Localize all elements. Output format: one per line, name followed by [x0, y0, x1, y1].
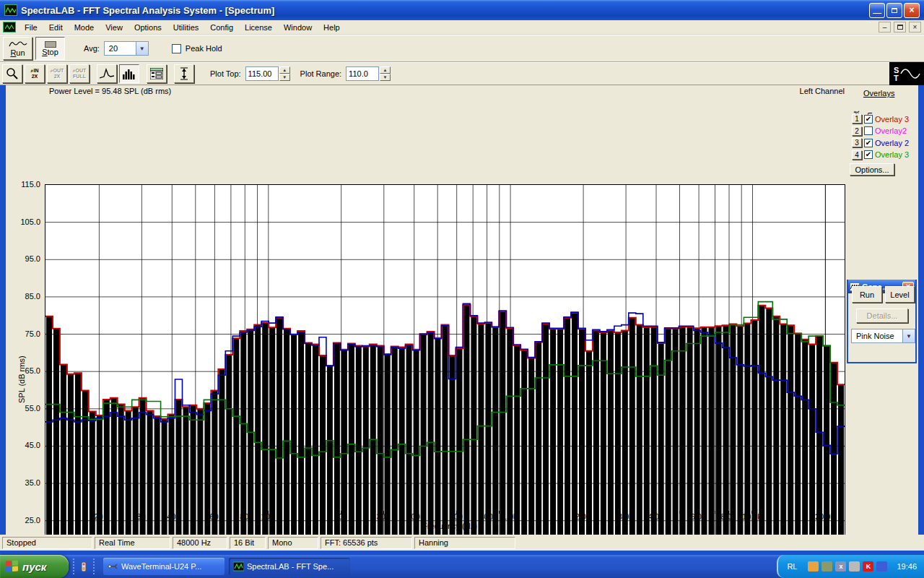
menu-edit[interactable]: Edit: [43, 22, 69, 33]
overlay-label-3: Overlay 2: [875, 139, 909, 147]
menu-license[interactable]: License: [239, 22, 278, 33]
title-bar: SpectraLAB - FFT Spectral Analysis Syste…: [0, 0, 924, 20]
task-label: SpectraLAB - FFT Spe...: [247, 562, 334, 571]
network-monitor-icon[interactable]: [876, 561, 887, 571]
overlay-on-checkbox-4[interactable]: ✔: [864, 150, 873, 159]
kaspersky-icon[interactable]: K: [863, 561, 873, 571]
menu-options[interactable]: Options: [128, 22, 167, 33]
x-axis-tick: [625, 511, 626, 514]
overlay-set-button-2[interactable]: 2: [852, 126, 862, 136]
volume-icon[interactable]: [808, 561, 819, 571]
overlay-on-checkbox-3[interactable]: ✔: [864, 139, 873, 147]
y-tick-label: 115.0: [7, 180, 40, 189]
status-field-5: Mono: [268, 537, 318, 549]
minimize-button[interactable]: —: [869, 3, 885, 18]
avg-combobox[interactable]: 20 ▼: [104, 41, 149, 56]
menu-bar: FileEditModeViewOptionsUtilitiesConfigLi…: [0, 20, 924, 35]
x-axis-tick: [499, 511, 500, 514]
stop-button[interactable]: Stop: [35, 37, 65, 60]
plot-top-input[interactable]: [245, 66, 279, 81]
peak-hold-checkbox[interactable]: [172, 44, 181, 53]
task-button-2[interactable]: SpectraLAB - FFT Spe...: [229, 558, 350, 575]
x-axis-tick: [472, 511, 473, 514]
status-field-7: Hanning: [414, 537, 515, 549]
y-tick-label: 25.0: [7, 516, 40, 525]
window-border-left: [0, 85, 6, 535]
menu-config[interactable]: Config: [204, 22, 239, 33]
display-error-icon[interactable]: x: [835, 561, 846, 571]
language-indicator[interactable]: RL: [787, 562, 797, 571]
menu-help[interactable]: Help: [318, 22, 346, 33]
usb-device-icon[interactable]: [821, 561, 832, 571]
clock: 19:46: [897, 562, 917, 571]
run-button[interactable]: Run: [3, 37, 32, 60]
x-axis-tick: [751, 511, 752, 514]
close-button[interactable]: ×: [904, 3, 920, 18]
menu-file[interactable]: File: [19, 22, 43, 33]
zoom-in-icon: ⌕IN: [31, 68, 39, 74]
zoom-button[interactable]: [2, 64, 22, 83]
child-close-icon[interactable]: ×: [909, 22, 921, 33]
chevron-down-icon[interactable]: ▼: [902, 329, 915, 342]
overlay-set-button-4[interactable]: 4: [852, 150, 862, 160]
generator-details-button[interactable]: Details...: [856, 309, 908, 323]
overlay-label-1: Overlay 3: [875, 115, 909, 124]
x-axis-tick: [715, 511, 715, 514]
x-axis-tick: [383, 511, 384, 514]
y-tick-label: 45.0: [7, 441, 40, 449]
generator-level-button[interactable]: Level: [885, 286, 915, 303]
start-label: пуск: [22, 561, 46, 573]
child-restore-icon[interactable]: [894, 22, 906, 33]
x-axis-tick: [583, 511, 583, 514]
zoom-out-full-button[interactable]: ⌕OUTFULL: [69, 64, 90, 83]
overlay-set-button-3[interactable]: 3: [852, 138, 862, 147]
taskbar: пуск WaveTerminal-U24 P...SpectraLAB - F…: [0, 555, 924, 578]
avg-label: Avg:: [84, 44, 100, 53]
mdi-child-icon: [3, 22, 16, 33]
y-tick-label: 35.0: [7, 478, 40, 487]
transport-toolbar: Run Stop Avg: 20 ▼ Peak Hold: [0, 35, 924, 62]
overlay-on-checkbox-2[interactable]: [864, 126, 873, 135]
x-axis-tick: [414, 511, 414, 514]
channel-label: Left Channel: [780, 87, 845, 95]
generator-signal-combobox[interactable]: Pink Noise ▼: [851, 329, 915, 343]
generator-run-button[interactable]: Run: [852, 286, 882, 303]
menu-utilities[interactable]: Utilities: [167, 22, 204, 33]
plot-range-spinner[interactable]: ▲▼: [380, 66, 391, 81]
x-axis-tick: [230, 511, 231, 514]
chevron-down-icon[interactable]: ▼: [136, 42, 148, 55]
overlay-on-checkbox-1[interactable]: ✔: [864, 115, 873, 124]
display-options-button[interactable]: [147, 64, 167, 83]
quick-launch-icon[interactable]: [79, 561, 89, 572]
zoom-out-2x-button[interactable]: ⌕OUT2X: [47, 64, 67, 83]
x-axis-tick: [244, 511, 245, 514]
zoom-in-2x-button[interactable]: ⌕IN2X: [25, 64, 45, 83]
windows-flag-icon: [6, 560, 19, 572]
zoom-out-icon: ⌕OUT: [51, 68, 64, 74]
sine-wave-icon: [9, 40, 27, 48]
plot-top-spinner[interactable]: ▲▼: [279, 66, 290, 81]
plot-range-input[interactable]: [346, 66, 379, 81]
menu-items: FileEditModeViewOptionsUtilitiesConfigLi…: [19, 23, 346, 32]
menu-view[interactable]: View: [100, 22, 128, 33]
zoom-toolbar: ⌕IN2X ⌕OUT2X ⌕OUTFULL Plot Top: ▲▼: [0, 62, 924, 85]
menu-window[interactable]: Window: [278, 22, 318, 33]
volume-alt-icon[interactable]: [849, 561, 860, 571]
x-axis-tick: [341, 511, 341, 514]
x-axis-tick: [98, 511, 99, 514]
axis-range-button[interactable]: [174, 64, 194, 83]
line-plot-mode-button[interactable]: [97, 64, 117, 83]
menu-mode[interactable]: Mode: [69, 22, 100, 33]
overlays-heading: Overlays: [863, 89, 894, 98]
child-minimize-icon[interactable]: –: [879, 22, 891, 33]
x-axis-tick: [437, 511, 437, 514]
maximize-button[interactable]: [886, 3, 902, 18]
task-button-1[interactable]: WaveTerminal-U24 P...: [103, 558, 225, 575]
overlays-options-button[interactable]: Options...: [850, 163, 894, 176]
bar-chart-icon: [123, 68, 136, 79]
overlay-set-button-1[interactable]: 1: [852, 114, 862, 124]
bar-plot-mode-button[interactable]: [119, 64, 139, 83]
task-buttons: WaveTerminal-U24 P...SpectraLAB - FFT Sp…: [99, 558, 350, 575]
overlay-row-2: 2Overlay2: [852, 126, 907, 136]
start-button[interactable]: пуск: [0, 555, 69, 578]
